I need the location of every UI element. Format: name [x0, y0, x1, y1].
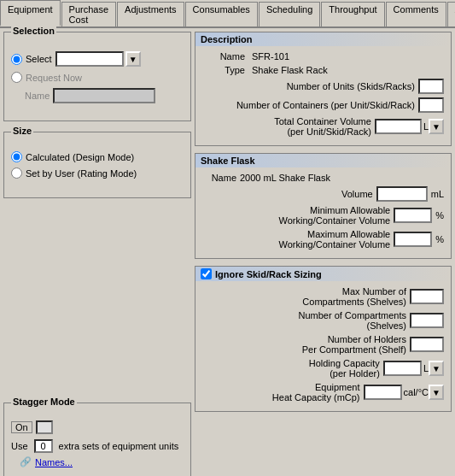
max-working-input[interactable]: 90.00 — [394, 232, 432, 247]
max-working-unit: % — [435, 234, 444, 244]
flask-volume-input[interactable]: 2000.000 — [376, 186, 428, 202]
total-volume-dropdown[interactable]: ▼ — [429, 119, 444, 134]
description-header: Description — [195, 32, 451, 46]
num-compartments-label-wrap: Number of Compartments (Shelves) — [202, 310, 406, 331]
flask-volume-row: Volume 2000.000 mL — [202, 186, 444, 202]
holders-row: Number of Holders Per Compartment (Shelf… — [202, 334, 444, 355]
holding-cap-dropdown[interactable]: ▼ — [429, 361, 444, 376]
max-working-row: Maximum Allowable Working/Container Volu… — [202, 229, 444, 250]
calculated-radio[interactable] — [11, 151, 22, 162]
total-volume-row: Total Container Volume (per Unit/Skid/Ra… — [202, 116, 444, 137]
tab-scheduling[interactable]: Scheduling — [259, 2, 320, 26]
total-volume-input[interactable]: 0.000 — [375, 119, 422, 134]
num-units-row: Number of Units (Skids/Racks) 1 — [202, 79, 444, 94]
flask-volume-label: Volume — [202, 189, 373, 199]
num-compartments-label: Number of Compartments — [202, 310, 406, 320]
holding-cap-label-wrap: Holding Capacity (per Holder) — [202, 358, 380, 379]
set-by-user-radio-row: Set by User (Rating Mode) — [11, 167, 184, 179]
holders-input[interactable]: 1 — [410, 337, 444, 352]
num-compartments-input[interactable]: 1 — [410, 313, 444, 328]
tab-equipment[interactable]: Equipment — [0, 0, 61, 26]
name-field[interactable] — [53, 88, 155, 103]
names-link[interactable]: Names... — [35, 457, 73, 467]
tab-comments[interactable]: Comments — [386, 2, 446, 26]
num-units-label: Number of Units (Skids/Racks) — [202, 81, 415, 91]
heat-cap-sub: Heat Capacity (mCp) — [202, 392, 360, 403]
description-content: Name SFR-101 Type Shake Flask Rack Numbe… — [195, 46, 451, 145]
set-by-user-radio[interactable] — [11, 167, 22, 179]
flask-name-value: 2000 mL Shake Flask — [240, 173, 330, 183]
stagger-group: Stagger Mode On Use 0 extra sets of equi… — [3, 403, 191, 476]
stagger-on-indicator: On — [11, 421, 32, 433]
num-compartments-row: Number of Compartments (Shelves) 1 — [202, 310, 444, 331]
spacer — [3, 202, 191, 399]
left-panel: Selection Select SFR-101 ▼ Request Now — [3, 32, 191, 476]
max-compartments-input[interactable]: 1 — [410, 289, 444, 304]
min-working-sub: Working/Container Volume — [202, 215, 390, 226]
max-compartments-label: Max Number of — [202, 286, 406, 297]
tab-consumables[interactable]: Consumables — [185, 2, 258, 26]
holding-cap-sub: (per Holder) — [202, 368, 380, 379]
selection-title: Selection — [11, 26, 56, 36]
request-radio[interactable] — [11, 72, 22, 83]
tab-throughput[interactable]: Throughput — [321, 2, 384, 26]
tab-purchase-cost[interactable]: Purchase Cost — [61, 2, 116, 26]
ignore-checkbox[interactable] — [201, 268, 212, 279]
shake-flask-header: Shake Flask — [195, 154, 451, 167]
min-working-input[interactable]: 0.00 — [394, 208, 432, 223]
name-field-label: Name — [25, 91, 50, 101]
tab-allocation[interactable]: Allocation — [447, 2, 455, 26]
tab-adjustments[interactable]: Adjustments — [117, 2, 184, 26]
calculated-label: Calculated (Design Mode) — [26, 152, 134, 162]
name-row: Name — [25, 88, 184, 103]
main-content: Selection Select SFR-101 ▼ Request Now — [0, 28, 455, 476]
description-section: Description Name SFR-101 Type Shake Flas… — [195, 32, 452, 146]
heat-cap-dropdown[interactable]: ▼ — [429, 385, 444, 400]
select-label: Select — [26, 54, 52, 64]
stagger-value-box[interactable]: 0 — [34, 439, 53, 453]
max-working-label-wrap: Maximum Allowable Working/Container Volu… — [202, 229, 390, 250]
set-by-user-label: Set by User (Rating Mode) — [26, 168, 137, 179]
holding-cap-label: Holding Capacity — [202, 358, 380, 368]
holders-label: Number of Holders — [202, 334, 406, 344]
selection-group: Selection Select SFR-101 ▼ Request Now — [3, 32, 191, 121]
right-panel: Description Name SFR-101 Type Shake Flas… — [195, 32, 452, 476]
heat-cap-row: Equipment Heat Capacity (mCp) 0.00 cal/°… — [202, 382, 444, 403]
size-title: Size — [11, 126, 33, 136]
desc-type-value: Shake Flask Rack — [252, 65, 328, 75]
max-compartments-sub: Compartments (Shelves) — [202, 297, 406, 307]
num-containers-label: Number of Containers (per Unit/Skid/Rack… — [202, 100, 415, 110]
max-working-label: Maximum Allowable — [202, 229, 390, 239]
holders-sub: Per Compartment (Shelf) — [202, 344, 406, 355]
num-units-input[interactable]: 1 — [418, 79, 444, 94]
stagger-toggle[interactable] — [36, 420, 53, 434]
names-row: 🔗 Names... — [20, 456, 184, 467]
ignore-header: Ignore Skid/Rack Sizing — [195, 267, 451, 281]
request-label: Request Now — [26, 73, 82, 83]
heat-cap-label: Equipment — [202, 382, 360, 392]
select-dropdown-btn[interactable]: ▼ — [125, 51, 141, 67]
calculated-radio-row: Calculated (Design Mode) — [11, 151, 184, 162]
select-input[interactable]: SFR-101 — [55, 51, 124, 67]
select-radio[interactable] — [11, 54, 22, 65]
shake-flask-content: Name 2000 mL Shake Flask Volume 2000.000… — [195, 167, 451, 258]
desc-type-row: Type Shake Flask Rack — [202, 65, 444, 75]
num-containers-input[interactable]: 1 — [418, 97, 444, 113]
ignore-section: Ignore Skid/Rack Sizing Max Number of Co… — [195, 266, 452, 412]
stagger-use-row: Use 0 extra sets of equipment units — [11, 439, 184, 453]
heat-cap-label-wrap: Equipment Heat Capacity (mCp) — [202, 382, 360, 403]
select-radio-row: Select SFR-101 ▼ — [11, 51, 184, 67]
stagger-suffix-label: extra sets of equipment units — [59, 441, 179, 451]
holding-cap-input[interactable]: 1.000 — [383, 361, 422, 376]
num-containers-row: Number of Containers (per Unit/Skid/Rack… — [202, 97, 444, 113]
shake-flask-section: Shake Flask Name 2000 mL Shake Flask Vol… — [195, 153, 452, 259]
min-working-row: Minimum Allowable Working/Container Volu… — [202, 205, 444, 226]
flask-volume-unit: mL — [431, 189, 444, 199]
desc-type-label: Type — [202, 65, 245, 75]
min-working-unit: % — [435, 210, 444, 220]
min-working-label-wrap: Minimum Allowable Working/Container Volu… — [202, 205, 390, 226]
num-compartments-sub: (Shelves) — [202, 320, 406, 331]
heat-cap-input[interactable]: 0.00 — [364, 385, 402, 400]
request-radio-row: Request Now — [11, 72, 184, 83]
holding-cap-row: Holding Capacity (per Holder) 1.000 L ▼ — [202, 358, 444, 379]
